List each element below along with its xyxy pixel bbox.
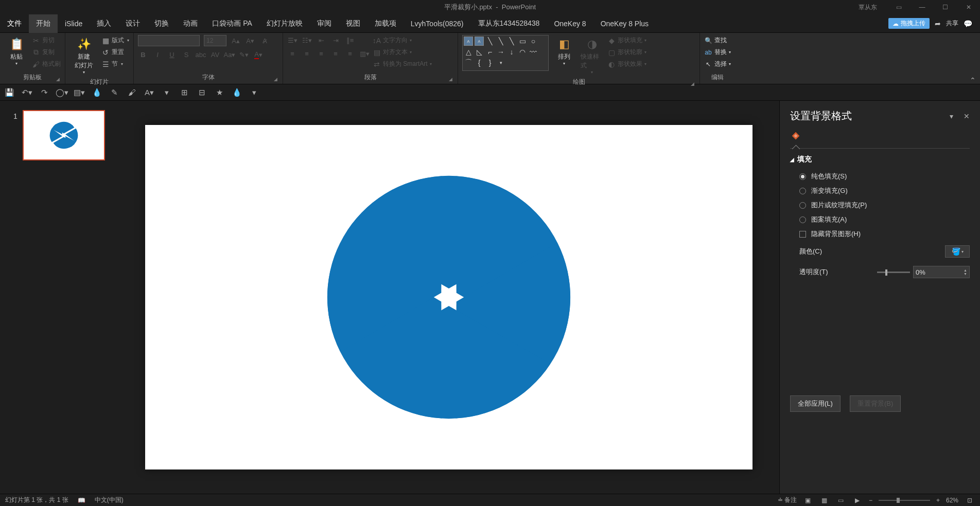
launcher-icon[interactable]: ◢ [56, 77, 60, 82]
indent-dec-icon[interactable]: ⇤ [316, 35, 326, 45]
zoom-out-icon[interactable]: − [869, 497, 872, 504]
justify-icon[interactable]: ≡ [330, 48, 341, 59]
minimize-icon[interactable]: — [911, 0, 934, 14]
shape-curve-icon[interactable]: 〰 [529, 47, 538, 57]
tab-animations[interactable]: 动画 [176, 14, 205, 33]
tab-review[interactable]: 审阅 [310, 14, 339, 33]
star-icon[interactable]: ★ [214, 87, 224, 98]
eyedrop-icon[interactable]: 💧 [92, 87, 102, 98]
slideshow-view-icon[interactable]: ▶ [852, 496, 863, 504]
change-case-icon[interactable]: Aa▾ [224, 49, 235, 60]
shape-arc2-icon[interactable]: ⌒ [464, 58, 473, 67]
ungroup-icon[interactable]: ⊟ [197, 87, 207, 98]
shape-more-icon[interactable]: ▾ [496, 58, 505, 67]
tab-design[interactable]: 设计 [118, 14, 147, 33]
shape-tool-icon[interactable]: ◯▾ [57, 87, 67, 98]
find-button[interactable]: 🔍查找 [704, 35, 731, 46]
shape-outline-button[interactable]: ▢形状轮廓▾ [607, 47, 646, 58]
shrink-font-icon[interactable]: A▾ [245, 35, 255, 46]
radio-picture-fill[interactable]: 图片或纹理填充(P) [790, 198, 970, 212]
tab-insert[interactable]: 插入 [90, 14, 118, 33]
shape-brace-l-icon[interactable]: { [475, 58, 484, 67]
tab-qcd[interactable]: 覃从东1434528438 [471, 14, 547, 33]
tab-slideshow[interactable]: 幻灯片放映 [259, 14, 310, 33]
smartart-button[interactable]: ⇄转换为 SmartArt▾ [373, 59, 432, 69]
tab-addins[interactable]: 加载项 [367, 14, 404, 33]
radio-solid-fill[interactable]: 纯色填充(S) [790, 169, 970, 184]
launcher-icon[interactable]: ◢ [691, 81, 694, 86]
arrange-button[interactable]: ◧ 排列▾ [552, 35, 576, 68]
font-color-icon[interactable]: A▾ [253, 49, 264, 60]
collapse-ribbon-icon[interactable]: ⌃ [970, 76, 976, 84]
apply-all-button[interactable]: 全部应用(L) [790, 395, 841, 412]
sorter-view-icon[interactable]: ▦ [819, 496, 830, 504]
underline-icon[interactable]: U [167, 49, 177, 60]
pane-menu-icon[interactable]: ▾ [950, 112, 953, 120]
group-icon[interactable]: ⊞ [179, 87, 189, 98]
color-picker-button[interactable]: 🪣 ▾ [945, 245, 970, 258]
checkbox-hide-bg[interactable]: 隐藏背景图形(H) [790, 227, 970, 241]
copy-button[interactable]: ⧉复制 [32, 47, 61, 58]
fill-tab-icon[interactable] [790, 131, 970, 144]
layout-button[interactable]: ▦版式▾ [101, 35, 129, 46]
tab-pa[interactable]: 口袋动画 PA [205, 14, 259, 33]
quick-styles-button[interactable]: ◑ 快速样式▾ [580, 35, 604, 77]
align-icon[interactable]: ▾ [162, 87, 172, 98]
shape-line-icon[interactable]: ╲ [485, 37, 495, 46]
format-painter-button[interactable]: 🖌格式刷 [32, 59, 61, 69]
slide-counter[interactable]: 幻灯片第 1 张，共 1 张 [5, 496, 68, 504]
shape-corner-icon[interactable]: ⌐ [485, 47, 495, 57]
pen-icon[interactable]: ✎ [109, 87, 119, 98]
user-name[interactable]: 覃从东 [859, 3, 877, 12]
text-icon[interactable]: A▾ [144, 87, 154, 98]
bold-icon[interactable]: B [138, 49, 148, 60]
tab-onekey8plus[interactable]: OneKey 8 Plus [593, 14, 656, 33]
reading-view-icon[interactable]: ▭ [836, 496, 846, 504]
pane-close-icon[interactable]: ✕ [964, 112, 970, 120]
tab-islide[interactable]: iSlide [58, 14, 90, 33]
shape-textbox-icon[interactable]: A [464, 37, 473, 46]
radio-gradient-fill[interactable]: 渐变填充(G) [790, 184, 970, 198]
font-family-combo[interactable] [138, 35, 200, 46]
reset-button[interactable]: ↺重置 [101, 47, 129, 58]
launcher-icon[interactable]: ◢ [449, 77, 452, 82]
shape-arc-icon[interactable]: ◠ [518, 47, 527, 57]
highlight-icon[interactable]: ✎▾ [239, 49, 249, 60]
align-right-icon[interactable]: ≡ [316, 48, 326, 59]
thumbnail-preview[interactable] [23, 110, 105, 160]
spellcheck-icon[interactable]: 📖 [78, 497, 85, 504]
distribute-icon[interactable]: ≡ [345, 48, 355, 59]
shadow-icon[interactable]: abc [196, 49, 206, 60]
upload-button[interactable]: ☁ 拖拽上传 [888, 18, 930, 29]
fit-window-icon[interactable]: ⊡ [965, 496, 975, 504]
tab-onekey8[interactable]: OneKey 8 [547, 14, 593, 33]
shapes-gallery[interactable]: A A ╲ ╲ ╲ ▭ ○ △ ◺ ⌐ → ↓ ◠ 〰 ⌒ { } ▾ [462, 35, 549, 71]
cut-button[interactable]: ✂剪切 [32, 35, 61, 46]
font-size-combo[interactable]: 12 [204, 35, 226, 46]
tab-home[interactable]: 开始 [29, 14, 58, 33]
paste-button[interactable]: 📋 粘贴 ▾ [4, 35, 29, 68]
radio-pattern-fill[interactable]: 图案填充(A) [790, 212, 970, 227]
language-indicator[interactable]: 中文(中国) [95, 496, 124, 504]
bullets-icon[interactable]: ☰▾ [287, 35, 297, 45]
section-button[interactable]: ☰节▾ [101, 59, 129, 69]
close-icon[interactable]: ✕ [957, 0, 980, 14]
align-center-icon[interactable]: ≡ [302, 48, 312, 59]
zoom-in-icon[interactable]: + [936, 497, 940, 504]
spacing-icon[interactable]: AV [210, 49, 220, 60]
shape-triangle-icon[interactable]: ◺ [475, 47, 484, 57]
share-icon[interactable]: ➦ [935, 20, 941, 28]
new-slide-button[interactable]: ✨ 新建 幻灯片 ▾ [69, 35, 98, 77]
tab-lvyh[interactable]: LvyhTools(0826) [404, 14, 471, 33]
replace-button[interactable]: ab替换▾ [704, 47, 731, 58]
fill-section-header[interactable]: ◢ 填充 [790, 155, 970, 164]
shape-arrowd-icon[interactable]: ↓ [507, 47, 516, 57]
text-direction-button[interactable]: ↕A文字方向▾ [373, 35, 432, 46]
select-button[interactable]: ↖选择▾ [704, 59, 731, 69]
slide-canvas-area[interactable] [118, 101, 779, 494]
grow-font-icon[interactable]: A▴ [231, 35, 241, 46]
shape-arrowup-icon[interactable]: △ [464, 47, 473, 57]
comments-icon[interactable]: 💬 [964, 20, 972, 28]
numbering-icon[interactable]: ☷▾ [302, 35, 312, 45]
tab-file[interactable]: 文件 [0, 14, 29, 33]
